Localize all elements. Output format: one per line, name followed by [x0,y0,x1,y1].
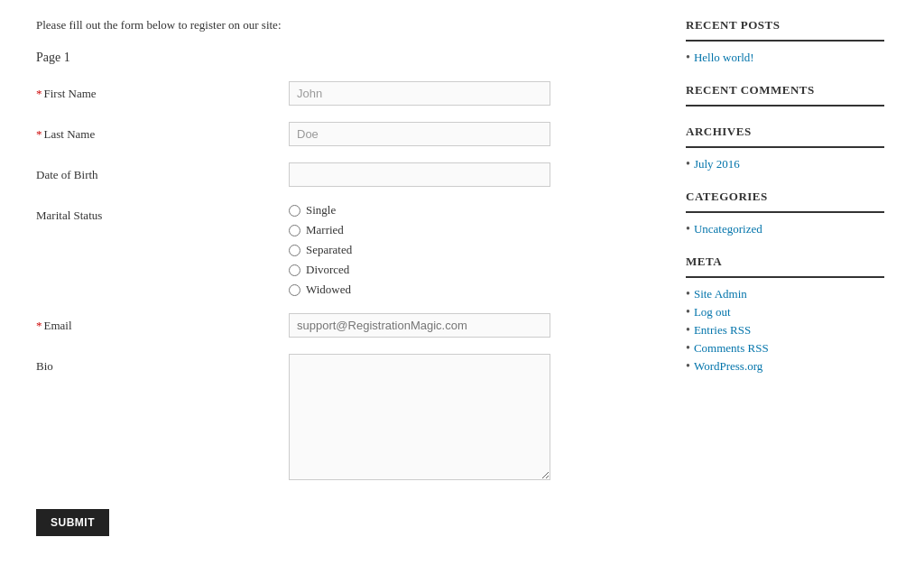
recent-comments-title: RECENT COMMENTS [686,83,884,107]
meta-title: META [686,255,884,278]
radio-separated[interactable]: Separated [289,243,650,257]
dob-row: Date of Birth [36,162,650,187]
list-item: Entries RSS [686,323,884,338]
recent-posts-section: RECENT POSTS Hello world! [686,18,884,65]
email-required: * [36,319,42,332]
radio-married-input[interactable] [289,225,300,236]
marital-status-row: Marital Status Single Married Separated [36,203,650,297]
list-item: July 2016 [686,157,884,171]
dob-field [289,162,650,187]
page-label: Page 1 [36,51,650,65]
list-item: Log out [686,305,884,320]
radio-married[interactable]: Married [289,223,650,237]
meta-section: META Site Admin Log out Entries RSS Comm… [686,255,884,374]
list-item: Uncategorized [686,222,884,236]
dob-input[interactable] [289,162,550,187]
last-name-row: *Last Name [36,122,650,146]
marital-status-field: Single Married Separated Divorced [289,203,650,297]
meta-list: Site Admin Log out Entries RSS Comments … [686,287,884,374]
category-uncategorized[interactable]: Uncategorized [694,222,762,236]
email-field [289,313,650,338]
sidebar: RECENT POSTS Hello world! RECENT COMMENT… [686,18,884,536]
last-name-required: * [36,127,42,141]
list-item: Hello world! [686,51,884,65]
radio-separated-input[interactable] [289,245,300,256]
meta-wordpress-org[interactable]: WordPress.org [694,359,762,374]
radio-divorced[interactable]: Divorced [289,263,650,277]
email-label: *Email [36,313,289,333]
first-name-label: *First Name [36,81,289,101]
list-item: WordPress.org [686,359,884,374]
recent-posts-title: RECENT POSTS [686,18,884,42]
email-row: *Email [36,313,650,338]
categories-list: Uncategorized [686,222,884,236]
email-input[interactable] [289,313,550,338]
radio-divorced-input[interactable] [289,264,300,276]
last-name-input[interactable] [289,122,550,146]
first-name-input[interactable] [289,81,550,106]
radio-widowed[interactable]: Widowed [289,282,650,297]
main-content: Please fill out the form below to regist… [36,18,650,536]
archives-list: July 2016 [686,157,884,171]
marital-status-label: Marital Status [36,203,289,223]
recent-post-hello-world[interactable]: Hello world! [694,51,754,65]
last-name-field [289,122,650,146]
bio-label: Bio [36,354,289,374]
first-name-field [289,81,650,106]
archive-july-2016[interactable]: July 2016 [694,157,740,171]
list-item: Site Admin [686,287,884,301]
meta-entries-rss[interactable]: Entries RSS [694,323,751,338]
meta-log-out[interactable]: Log out [694,305,731,320]
archives-title: ARCHIVES [686,125,884,148]
meta-comments-rss[interactable]: Comments RSS [694,341,769,356]
meta-site-admin[interactable]: Site Admin [694,287,747,301]
submit-row: SUBMIT [36,500,650,536]
bio-row: Bio [36,354,650,484]
radio-single[interactable]: Single [289,203,650,218]
first-name-required: * [36,87,42,100]
radio-single-input[interactable] [289,205,300,217]
first-name-row: *First Name [36,81,650,106]
last-name-label: *Last Name [36,122,289,142]
categories-title: CATEGORIES [686,190,884,213]
page-wrapper: Please fill out the form below to regist… [0,0,924,554]
bio-field [289,354,650,484]
intro-text: Please fill out the form below to regist… [36,18,650,32]
recent-comments-section: RECENT COMMENTS [686,83,884,107]
archives-section: ARCHIVES July 2016 [686,125,884,171]
submit-button[interactable]: SUBMIT [36,509,109,536]
categories-section: CATEGORIES Uncategorized [686,190,884,236]
registration-form: *First Name *Last Name Date of Birth [36,81,650,536]
list-item: Comments RSS [686,341,884,356]
radio-widowed-input[interactable] [289,284,300,296]
dob-label: Date of Birth [36,162,289,182]
bio-textarea[interactable] [289,354,550,480]
recent-posts-list: Hello world! [686,51,884,65]
